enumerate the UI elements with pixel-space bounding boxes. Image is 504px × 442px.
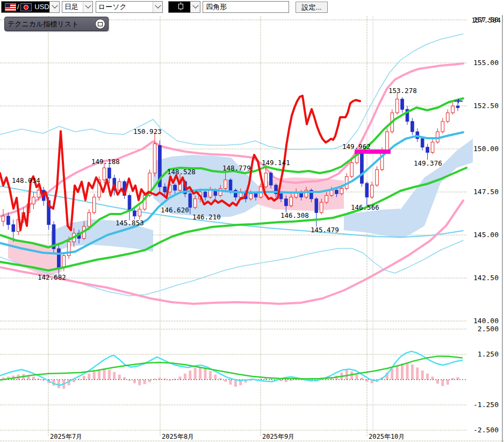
macd-histogram-bar <box>143 380 146 384</box>
price-annotation: 145.479 <box>311 226 339 234</box>
sub-axis-label: -2.500 <box>473 426 499 434</box>
sub-axis-label: -1.250 <box>473 401 499 409</box>
candle-body <box>370 185 373 197</box>
candle-body <box>249 194 253 199</box>
chart-toolbar: / USD/JPY 日足 ローソク 四角形 設定... <box>0 0 504 15</box>
timeframe-select[interactable]: 日足 <box>62 1 93 13</box>
macd-histogram-bar <box>285 380 287 382</box>
high-price-label: 157.584 <box>471 16 501 24</box>
macd-histogram-bar <box>98 369 100 380</box>
jp-flag-icon <box>20 3 32 11</box>
chevron-down-icon[interactable] <box>49 2 59 12</box>
candle-body <box>12 225 15 232</box>
macd-histogram-bar <box>57 380 60 388</box>
macd-histogram-bar <box>447 380 449 384</box>
candle-body <box>264 173 268 187</box>
candle-body <box>335 190 339 194</box>
symbol-label: USD/JPY <box>34 3 49 11</box>
macd-histogram-bar <box>159 377 161 380</box>
macd-histogram-bar <box>365 380 368 382</box>
candle-body <box>103 168 106 180</box>
price-annotation: 149.141 <box>262 159 290 167</box>
candle-body <box>7 216 10 225</box>
macd-histogram-bar <box>426 374 429 380</box>
candle-body <box>189 194 192 208</box>
candle-body <box>426 147 429 153</box>
symbol-select[interactable]: / USD/JPY <box>1 1 60 13</box>
price-axis-label: 142.50 <box>473 274 499 282</box>
macd-histogram-bar <box>406 362 409 380</box>
macd-histogram-bar <box>441 380 444 386</box>
macd-histogram-bar <box>229 380 232 384</box>
macd-histogram-bar <box>103 368 106 380</box>
draw-tool-field[interactable]: 四角形 <box>203 1 289 13</box>
macd-histogram-bar <box>391 368 393 380</box>
candle-body <box>361 152 364 183</box>
restore-window-icon[interactable] <box>95 19 105 29</box>
candle-body <box>209 190 212 197</box>
candle-body <box>133 211 136 216</box>
price-annotation: 146.566 <box>351 203 379 211</box>
price-annotation: 149.962 <box>342 142 371 151</box>
macd-histogram-bar <box>113 372 116 380</box>
chevron-down-icon[interactable] <box>153 2 162 12</box>
candle-body <box>163 187 167 192</box>
chart-type-label: ローソク <box>96 2 153 12</box>
candle-body <box>365 183 369 197</box>
candle-body <box>88 212 91 226</box>
candle-body <box>37 190 40 197</box>
us-flag-icon <box>5 3 16 11</box>
macd-histogram-bar <box>416 367 419 380</box>
candle-body <box>153 144 156 173</box>
macd-histogram-bar <box>189 370 191 380</box>
macd-histogram-bar <box>214 375 217 380</box>
macd-histogram-bar <box>108 370 111 380</box>
macd-histogram-bar <box>204 368 207 380</box>
sub-axis-label: 2.500 <box>478 325 499 333</box>
candle-body <box>325 195 328 202</box>
candle-body <box>451 106 455 113</box>
macd-histogram-bar <box>224 380 227 382</box>
candle-body <box>204 192 207 197</box>
price-axis-label: 155.00 <box>473 59 499 67</box>
macd-histogram-bar <box>93 372 96 380</box>
price-annotation: 149.376 <box>414 159 442 167</box>
price-annotation: 149.188 <box>91 158 120 166</box>
macd-histogram-bar <box>411 365 414 380</box>
candle-body <box>431 142 434 152</box>
macd-histogram-bar <box>179 376 182 380</box>
candle-body <box>128 195 131 211</box>
price-chart[interactable]: 157.50155.00152.50150.00147.50145.00142.… <box>0 0 504 442</box>
chart-type-select[interactable]: ローソク <box>96 1 163 13</box>
candle-style-select[interactable] <box>168 1 200 13</box>
date-axis-label: 2025年9月 <box>262 433 294 440</box>
price-annotation: 142.682 <box>38 273 66 281</box>
settings-button[interactable]: 設定... <box>296 2 328 13</box>
macd-histogram-bar <box>421 370 424 380</box>
candle-body <box>229 180 232 190</box>
candle-body <box>138 209 141 216</box>
price-axis-label: 150.00 <box>473 145 499 153</box>
candle-body <box>330 190 333 196</box>
macd-histogram-bar <box>436 380 439 384</box>
timeframe-label: 日足 <box>62 2 83 12</box>
chevron-down-icon[interactable] <box>83 2 92 12</box>
price-axis-label: 152.50 <box>473 102 499 110</box>
candle-body <box>320 202 323 212</box>
chevron-down-icon[interactable] <box>190 2 200 12</box>
price-axis-label: 147.50 <box>473 188 499 196</box>
candle-body <box>193 199 197 208</box>
candle-body <box>315 199 318 213</box>
macd-histogram-bar <box>457 377 459 380</box>
macd-histogram-bar <box>234 380 237 387</box>
candle-body <box>32 197 35 204</box>
date-axis-label: 2025年7月 <box>50 433 82 440</box>
candle-body <box>2 216 5 222</box>
candle-body <box>285 199 288 206</box>
sub-axis-label: 1.250 <box>478 350 499 358</box>
technical-indicator-list-panel[interactable]: テクニカル指標リスト <box>4 17 109 31</box>
candle-body <box>174 185 177 190</box>
candle-body <box>376 169 379 185</box>
candle-body <box>92 197 96 213</box>
price-axis-label: 145.00 <box>473 231 499 239</box>
